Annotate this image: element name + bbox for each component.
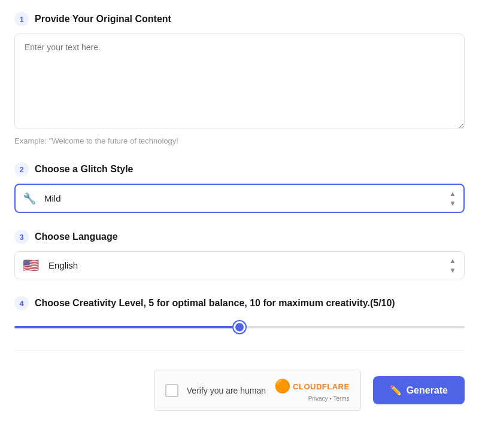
cloudflare-brand-name: CLOUDFLARE — [293, 382, 350, 391]
glitch-style-wrapper: 🔧 Mild Moderate Intense Extreme ▲ ▼ — [14, 184, 465, 213]
example-text: Example: "Welcome to the future of techn… — [14, 136, 465, 145]
step-2-section: 2 Choose a Glitch Style 🔧 Mild Moderate … — [14, 162, 465, 213]
cloudflare-cloud-icon: 🟠 — [274, 379, 290, 394]
step-1-section: 1 Provide Your Original Content Example:… — [14, 12, 465, 145]
step-2-header: 2 Choose a Glitch Style — [14, 162, 465, 176]
bottom-area: Verify you are human 🟠 CLOUDFLARE Privac… — [14, 365, 465, 411]
cloudflare-widget: Verify you are human 🟠 CLOUDFLARE Privac… — [154, 370, 361, 411]
step-3-header: 3 Choose Language — [14, 230, 465, 244]
step-1-header: 1 Provide Your Original Content — [14, 12, 465, 26]
glitch-style-select[interactable]: Mild Moderate Intense Extreme — [14, 184, 465, 213]
step-3-title: Choose Language — [35, 231, 118, 242]
creativity-slider[interactable] — [14, 326, 465, 328]
edit-icon: ✏️ — [390, 385, 402, 396]
step-1-title: Provide Your Original Content — [35, 14, 171, 25]
language-select[interactable]: English Spanish French German Japanese C… — [14, 251, 465, 279]
step-4-header: 4 Choose Creativity Level, 5 for optimal… — [14, 296, 465, 310]
cloudflare-logo-area: 🟠 CLOUDFLARE Privacy • Terms — [274, 379, 350, 402]
human-verify-checkbox[interactable] — [165, 384, 178, 397]
step-2-badge: 2 — [14, 162, 29, 176]
language-wrapper: 🇺🇸 English Spanish French German Japanes… — [14, 251, 465, 279]
generate-button[interactable]: ✏️ Generate — [373, 376, 465, 404]
step-3-section: 3 Choose Language 🇺🇸 English Spanish Fre… — [14, 230, 465, 279]
generate-label: Generate — [407, 385, 448, 396]
step-4-section: 4 Choose Creativity Level, 5 for optimal… — [14, 296, 465, 333]
creativity-slider-container — [14, 318, 465, 333]
step-2-title: Choose a Glitch Style — [35, 164, 133, 175]
step-4-title: Choose Creativity Level, 5 for optimal b… — [35, 298, 395, 309]
step-4-badge: 4 — [14, 296, 29, 310]
privacy-link[interactable]: Privacy — [308, 395, 328, 402]
step-1-badge: 1 — [14, 12, 29, 26]
step-3-badge: 3 — [14, 230, 29, 244]
terms-link[interactable]: Terms — [333, 395, 349, 402]
human-verify-label: Verify you are human — [187, 386, 266, 395]
content-input[interactable] — [14, 33, 465, 129]
divider — [14, 350, 465, 351]
cloudflare-brand: 🟠 CLOUDFLARE — [274, 379, 350, 394]
cloudflare-links: Privacy • Terms — [308, 395, 350, 402]
